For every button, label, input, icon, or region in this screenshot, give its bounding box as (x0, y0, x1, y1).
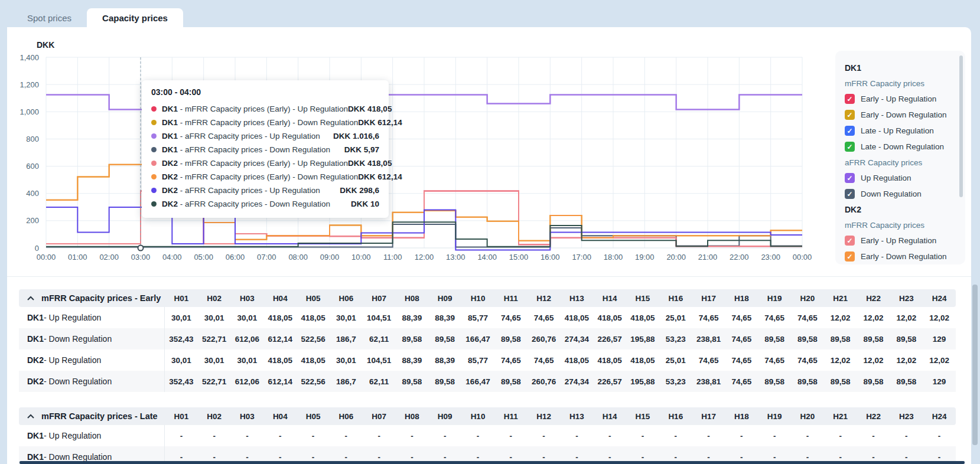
table-row-dk1-up-regulation: DK1 - Up Regulation---------------------… (19, 425, 956, 446)
row-label-text: - Up Regulation (44, 355, 101, 365)
table-cell: 74,65 (758, 313, 791, 322)
tooltip-series-label: DK2 - mFRR Capacity prices (Early) - Up … (162, 159, 348, 168)
column-header: H10 (461, 294, 494, 303)
collapse-icon[interactable] (27, 296, 34, 300)
tooltip-series-name: - aFRR Capacity prices - Down Regulation (178, 200, 330, 208)
column-header: H20 (791, 412, 824, 421)
table-cell: 238,81 (692, 335, 725, 344)
table-cell: - (824, 453, 857, 462)
table-cell: - (923, 432, 956, 440)
table-cell: 89,58 (857, 377, 890, 386)
legend-item-dk2-early-down-regulation[interactable]: Early - Down Regulation (845, 249, 957, 264)
column-header: H08 (396, 294, 429, 303)
column-header: H08 (396, 412, 429, 421)
legend-scrollbar[interactable] (959, 55, 963, 197)
table-cell: 612,14 (263, 335, 297, 344)
column-header: H21 (824, 294, 857, 303)
tooltip-series-label: DK1 - aFRR Capacity prices - Up Regulati… (162, 132, 333, 140)
tooltip-series-name: - mFRR Capacity prices (Early) - Up Regu… (178, 159, 348, 168)
table-cell: 30,01 (330, 356, 363, 365)
legend-item-dk1-late-down-regulation[interactable]: Late - Down Regulation (845, 139, 957, 155)
legend-item-dk1-early-down-regulation[interactable]: Early - Down Regulation (845, 107, 957, 123)
table-cell: - (263, 432, 297, 440)
table-cell: 30,01 (165, 313, 198, 322)
tooltip-region: DK1 (162, 118, 178, 127)
column-header: H12 (528, 412, 561, 421)
row-label: DK1 - Up Regulation (19, 307, 165, 328)
table-cell: 74,65 (528, 313, 561, 322)
tables-vertical-scrollbar[interactable] (972, 285, 978, 445)
table-cell: 12,02 (857, 356, 890, 365)
table-cell: - (791, 432, 824, 440)
column-header: H06 (330, 412, 363, 421)
table-cell: 30,01 (231, 356, 264, 365)
table-cell: 418,05 (297, 356, 330, 365)
table-cell: 238,81 (692, 377, 725, 386)
column-header: H20 (791, 294, 824, 303)
table-cell: 89,58 (791, 335, 824, 344)
table-cell: 89,58 (494, 335, 528, 344)
legend-item-dk2-early-up-regulation[interactable]: Early - Up Regulation (845, 233, 957, 249)
tab-capacity-prices[interactable]: Capacity prices (87, 8, 183, 27)
table-cell: 226,57 (593, 377, 626, 386)
row-label-text: - Up Regulation (44, 313, 101, 322)
checkbox-icon[interactable] (845, 126, 855, 136)
series-dot-icon (151, 161, 157, 166)
table-cell: 166,47 (461, 335, 494, 344)
series-dot-icon (151, 188, 157, 193)
legend-item-label: Early - Down Regulation (861, 110, 947, 119)
tooltip-row: DK1 - mFRR Capacity prices (Early) - Dow… (151, 116, 379, 129)
table-cell: - (528, 453, 561, 462)
tables-horizontal-scrollbar[interactable] (19, 461, 965, 464)
table-cell: - (428, 453, 461, 462)
column-header: H06 (330, 294, 363, 303)
tooltip-value: DKK 612,14 (358, 118, 402, 127)
column-header: H22 (857, 294, 890, 303)
column-header: H13 (561, 412, 594, 421)
legend-item-dk1-up-regulation[interactable]: Up Regulation (845, 170, 957, 186)
table-cell: 352,43 (165, 335, 198, 344)
checkbox-icon[interactable] (845, 251, 855, 262)
column-header: H21 (824, 412, 857, 421)
table-cell: - (561, 432, 594, 440)
table-cell: 25,01 (659, 356, 692, 365)
table-cell: 89,58 (428, 377, 461, 386)
column-header: H14 (593, 412, 626, 421)
table-cell: 88,39 (396, 313, 429, 322)
tooltip-series-label: DK1 - aFRR Capacity prices - Down Regula… (162, 145, 344, 154)
table-cell: - (626, 453, 659, 462)
column-header: H13 (561, 294, 594, 303)
row-label-text: - Up Regulation (44, 431, 101, 440)
checkbox-icon[interactable] (845, 236, 855, 246)
checkbox-icon[interactable] (845, 94, 855, 104)
tooltip-series-label: DK1 - mFRR Capacity prices (Early) - Up … (162, 104, 348, 113)
table-cell: 260,76 (528, 335, 561, 344)
legend-group-title: mFRR Capacity prices (845, 76, 957, 91)
table-cell: - (593, 453, 626, 462)
series-dot-icon (151, 147, 157, 152)
tab-spot-prices[interactable]: Spot prices (12, 8, 87, 27)
checkbox-icon[interactable] (845, 173, 855, 183)
legend-item-dk1-late-up-regulation[interactable]: Late - Up Regulation (845, 123, 957, 139)
table-cell: 89,58 (791, 377, 824, 386)
column-header: H24 (923, 412, 956, 421)
checkbox-icon[interactable] (845, 110, 855, 120)
legend-item-dk1-early-up-regulation[interactable]: Early - Up Regulation (845, 91, 957, 107)
tooltip-row: DK2 - mFRR Capacity prices (Early) - Dow… (151, 170, 379, 184)
table-cell: 89,58 (396, 377, 429, 386)
legend-panel: DK1mFRR Capacity pricesEarly - Up Regula… (835, 51, 965, 264)
legend-item-label: Late - Up Regulation (861, 126, 934, 135)
table-cell: - (297, 453, 330, 462)
collapse-icon[interactable] (27, 414, 34, 419)
tooltip-value: DKK 1.016,6 (333, 132, 379, 140)
table-cell: 12,02 (824, 356, 857, 365)
table-cell: 418,05 (593, 313, 626, 322)
table-cell: - (857, 453, 890, 462)
column-header: H02 (198, 412, 231, 421)
column-header: H14 (593, 294, 626, 303)
table-cell: 89,58 (857, 335, 890, 344)
checkbox-icon[interactable] (845, 142, 855, 152)
checkbox-icon[interactable] (845, 189, 855, 199)
legend-item-label: Late - Down Regulation (861, 142, 944, 151)
legend-item-dk1-down-regulation[interactable]: Down Regulation (845, 186, 957, 202)
